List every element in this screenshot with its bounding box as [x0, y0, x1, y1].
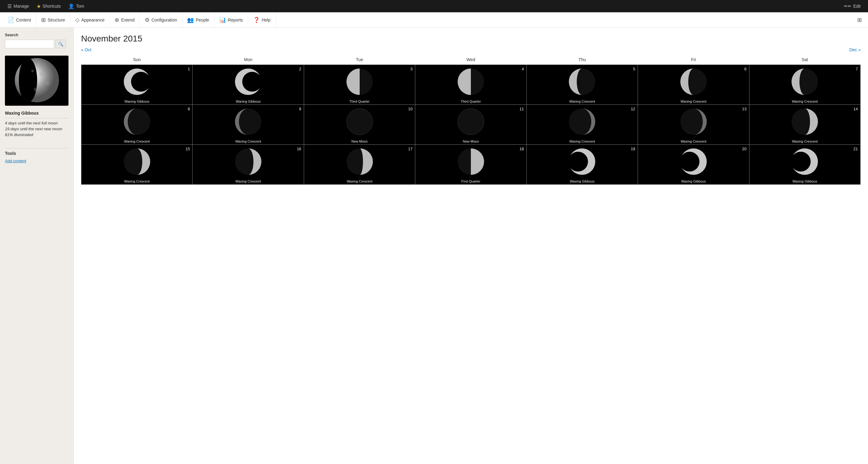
- nav-appearance[interactable]: ◇ Appearance: [70, 12, 110, 27]
- moon-phase-image: [680, 68, 707, 96]
- moon-info-section: Waxing Gibbous 4 days until the next ful…: [5, 56, 68, 141]
- configuration-icon: ⚙: [145, 17, 150, 23]
- day-number: 14: [854, 107, 858, 111]
- table-row[interactable]: 20 Waxing Gibbous: [638, 145, 749, 185]
- phase-label: Waning Crescent: [638, 99, 749, 103]
- moon-container: Waning Crescent: [751, 66, 859, 103]
- moon-phase-image: [457, 108, 485, 137]
- table-row[interactable]: 16 Waxing Crescent: [193, 145, 304, 185]
- day-number: 5: [633, 67, 635, 71]
- table-row[interactable]: 7 Waning Crescent: [749, 65, 860, 105]
- extend-icon: ⊕: [115, 17, 119, 23]
- search-input[interactable]: [5, 40, 54, 48]
- nav-bar: 📄 Content ⊞ Structure ◇ Appearance ⊕ Ext…: [0, 12, 868, 28]
- table-row[interactable]: 3 Third Quarter: [304, 65, 415, 105]
- moon-phase-image: [457, 148, 485, 176]
- moon-phase-image: [791, 148, 818, 176]
- nav-extend[interactable]: ⊕ Extend: [110, 12, 140, 27]
- table-row[interactable]: 4 Third Quarter: [415, 65, 526, 105]
- moon-container: Third Quarter: [305, 66, 414, 103]
- search-button[interactable]: 🔍: [55, 40, 66, 48]
- table-row[interactable]: 13 Waxing Crescent: [638, 105, 749, 145]
- table-row[interactable]: 18 First Quarter: [415, 145, 526, 185]
- svg-point-33: [458, 109, 484, 135]
- user-button[interactable]: Tom: [64, 0, 88, 12]
- nav-reports[interactable]: 📊 Reports: [214, 12, 248, 27]
- phase-label: Waning Gibbous: [82, 99, 192, 103]
- shortcuts-button[interactable]: Shortcuts: [33, 0, 64, 12]
- table-row[interactable]: 9 Waning Crescent: [193, 105, 304, 145]
- table-row[interactable]: 21 Waxing Gibbous: [749, 145, 860, 185]
- moon-phase-image: [791, 108, 818, 137]
- table-row[interactable]: 11 New Moon: [415, 105, 526, 145]
- add-content-link[interactable]: Add content: [5, 158, 26, 163]
- day-number: 12: [631, 107, 635, 111]
- table-row[interactable]: 12 Waxing Crescent: [526, 105, 638, 145]
- moon-container: Waning Gibbous: [83, 66, 191, 103]
- phase-label: Waxing Crescent: [304, 179, 415, 183]
- moon-stat-fullmoon: 4 days until the next full moon: [5, 121, 68, 125]
- prev-month-link[interactable]: « Oct: [81, 47, 91, 52]
- moon-container: New Moon: [416, 106, 525, 143]
- appearance-icon: ◇: [75, 17, 80, 23]
- moon-phase-image: [680, 108, 707, 137]
- moon-container: Waning Crescent: [639, 66, 748, 103]
- phase-label: Waxing Crescent: [749, 140, 860, 143]
- phase-label: Waning Gibbous: [193, 99, 304, 103]
- next-month-link[interactable]: Dec »: [849, 47, 861, 52]
- day-number: 17: [408, 147, 412, 151]
- svg-point-3: [19, 58, 37, 102]
- moon-container: Waxing Crescent: [751, 106, 859, 143]
- manage-button[interactable]: Manage: [4, 0, 33, 12]
- table-row[interactable]: 1 Waning Gibbous: [82, 65, 193, 105]
- day-number: 8: [188, 107, 190, 111]
- moon-container: Waxing Crescent: [528, 106, 637, 143]
- moon-container: Third Quarter: [416, 66, 525, 103]
- svg-point-31: [346, 109, 373, 135]
- nav-people[interactable]: 👥 People: [182, 12, 214, 27]
- moon-phase-image: [346, 148, 373, 176]
- day-number: 13: [742, 107, 746, 111]
- moon-container: Waxing Gibbous: [751, 146, 859, 183]
- table-row[interactable]: 15 Waxing Crescent: [82, 145, 193, 185]
- day-number: 10: [408, 107, 412, 111]
- day-number: 4: [522, 67, 524, 71]
- table-row[interactable]: 19 Waxing Gibbous: [526, 145, 638, 185]
- moon-container: Waning Crescent: [194, 106, 302, 143]
- table-row[interactable]: 10 New Moon: [304, 105, 415, 145]
- nav-collapse-button[interactable]: ⊞: [854, 17, 866, 23]
- phase-label: New Moon: [304, 140, 415, 143]
- phase-label: Waxing Crescent: [638, 140, 749, 143]
- phase-label: Waning Crescent: [749, 99, 860, 103]
- svg-point-6: [34, 88, 37, 91]
- moon-container: Waning Crescent: [83, 106, 191, 143]
- nav-structure[interactable]: ⊞ Structure: [36, 12, 70, 27]
- table-row[interactable]: 17 Waxing Crescent: [304, 145, 415, 185]
- edit-button[interactable]: ✏ Edit: [840, 4, 864, 9]
- moon-stat-illuminated: 81% illuminated: [5, 133, 68, 137]
- tools-title: Tools: [5, 151, 68, 156]
- nav-configuration[interactable]: ⚙ Configuration: [140, 12, 182, 27]
- phase-label: Third Quarter: [304, 99, 415, 103]
- table-row[interactable]: 8 Waning Crescent: [82, 105, 193, 145]
- day-number: 3: [410, 67, 412, 71]
- moon-container: Waxing Crescent: [194, 146, 302, 183]
- nav-content[interactable]: 📄 Content: [2, 12, 36, 27]
- table-row[interactable]: 6 Waning Crescent: [638, 65, 749, 105]
- col-tue: Tue: [304, 56, 415, 65]
- moon-phase-image: [123, 108, 151, 137]
- moon-phase-image: [235, 68, 262, 96]
- table-row[interactable]: 5 Waning Crescent: [526, 65, 638, 105]
- nav-help[interactable]: ❓ Help: [248, 12, 276, 27]
- table-row[interactable]: 2 Waning Gibbous: [193, 65, 304, 105]
- table-row[interactable]: 14 Waxing Crescent: [749, 105, 860, 145]
- day-number: 7: [856, 67, 858, 71]
- day-number: 20: [742, 147, 746, 151]
- star-icon: [36, 3, 41, 9]
- main-content: November 2015 « Oct Dec » Sun Mon Tue We…: [74, 28, 868, 464]
- moon-phase-image: [568, 148, 596, 176]
- phase-label: Waxing Crescent: [527, 140, 638, 143]
- col-fri: Fri: [638, 56, 749, 65]
- day-number: 1: [188, 67, 190, 71]
- moon-stat-newmoon: 19 days until the next new moon: [5, 126, 68, 131]
